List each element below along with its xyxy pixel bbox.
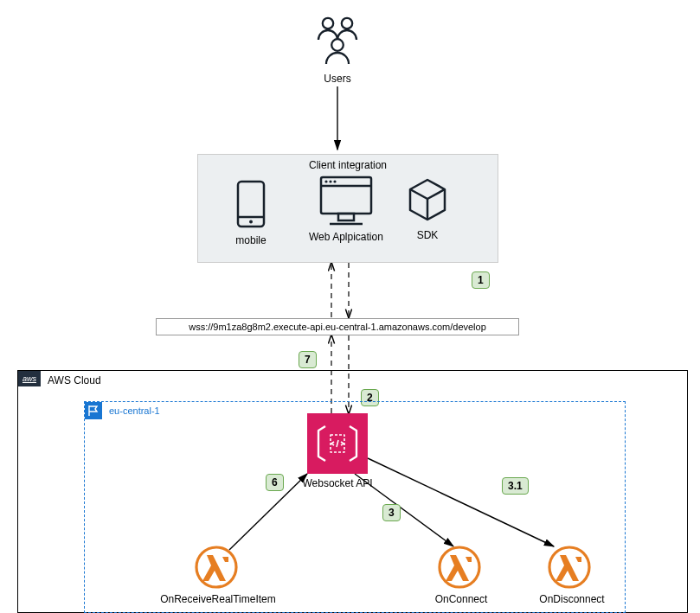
websocket-api-node [307,413,368,474]
svg-rect-6 [321,177,371,214]
svg-point-2 [331,39,344,51]
client-integration-box: Client integration mobile Web Aplpicatio… [197,154,498,263]
api-gateway-icon [313,419,362,468]
lambda-onreceive-node [194,545,239,590]
websocket-api-label: Websocket API [299,477,376,489]
mobile-node: mobile [235,179,267,246]
lambda-ondisconnect-label: OnDisconnect [533,593,611,605]
users-icon [311,16,363,69]
mobile-label: mobile [235,234,266,246]
sdk-icon [406,177,449,224]
step-3-1-badge: 3.1 [502,477,529,495]
svg-point-1 [342,18,352,29]
lambda-onconnect-node [437,545,482,590]
lambda-icon [194,545,239,590]
users-node: Users [311,16,363,85]
svg-point-5 [249,220,253,224]
web-node: Web Aplpication [309,174,383,243]
svg-point-11 [329,180,331,182]
region-badge [85,402,102,419]
sdk-label: SDK [417,229,439,241]
lambda-ondisconnect-node [547,545,592,590]
step-1-badge: 1 [472,271,490,289]
lambda-icon [437,545,482,590]
svg-point-10 [324,180,327,182]
websocket-url-box: wss://9m1za8g8m2.execute-api.eu-central-… [156,318,519,335]
step-7-badge: 7 [299,351,317,368]
step-3-badge: 3 [382,504,401,521]
aws-badge: aws [18,371,41,386]
users-label: Users [324,73,350,85]
flag-icon [87,405,100,417]
svg-point-0 [323,18,333,29]
client-integration-title: Client integration [198,159,498,171]
mobile-icon [235,179,267,229]
lambda-onconnect-label: OnConnect [431,593,491,605]
sdk-node: SDK [406,177,449,241]
web-label: Web Aplpication [309,231,383,243]
region-label: eu-central-1 [109,405,160,416]
lambda-onreceive-label: OnReceiveRealTimeItem [156,593,280,605]
svg-point-12 [333,180,336,182]
aws-cloud-label: AWS Cloud [48,374,101,386]
svg-rect-8 [338,214,354,220]
web-icon [318,174,375,227]
lambda-icon [547,545,592,590]
svg-line-14 [337,440,338,447]
step-6-badge: 6 [266,474,284,491]
svg-rect-3 [238,182,264,227]
